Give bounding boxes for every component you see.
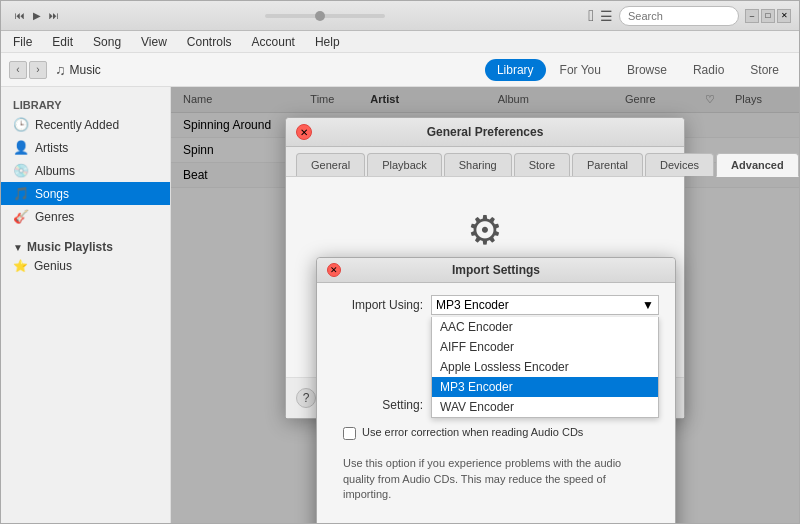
sidebar: Library 🕒 Recently Added 👤 Artists 💿 Alb… xyxy=(1,87,171,523)
general-prefs-close-button[interactable]: ✕ xyxy=(296,124,312,140)
menu-view[interactable]: View xyxy=(137,33,171,51)
artists-icon: 👤 xyxy=(13,140,29,155)
play-button[interactable]: ▶ xyxy=(31,8,43,23)
menu-help[interactable]: Help xyxy=(311,33,344,51)
tab-parental[interactable]: Parental xyxy=(572,153,643,176)
sidebar-item-songs[interactable]: 🎵 Songs xyxy=(1,182,170,205)
import-using-label: Import Using: xyxy=(333,298,423,312)
menu-controls[interactable]: Controls xyxy=(183,33,236,51)
sidebar-item-genius[interactable]: ⭐ Genius xyxy=(1,256,170,276)
import-using-row: Import Using: MP3 Encoder ▼ AAC xyxy=(333,295,659,315)
songs-icon: 🎵 xyxy=(13,186,29,201)
rewind-button[interactable]: ⏮ xyxy=(13,8,27,23)
import-title: Import Settings xyxy=(341,263,651,277)
error-correction-label: Use error correction when reading Audio … xyxy=(362,425,583,440)
fast-forward-button[interactable]: ⏭ xyxy=(47,8,61,23)
menu-account[interactable]: Account xyxy=(248,33,299,51)
dropdown-apple-lossless[interactable]: Apple Lossless Encoder xyxy=(432,357,658,377)
app-window: ⏮ ▶ ⏭  ☰ – □ ✕ File Edit Song View Cont… xyxy=(0,0,800,524)
import-settings-dialog: ✕ Import Settings Import Using: xyxy=(316,257,676,523)
playlists-section-title[interactable]: ▼ Music Playlists xyxy=(1,236,170,256)
dropdown-mp3[interactable]: MP3 Encoder xyxy=(432,377,658,397)
songs-label: Songs xyxy=(35,187,69,201)
general-prefs-title: General Preferences xyxy=(312,125,658,139)
general-preferences-dialog: ✕ General Preferences General Playback S… xyxy=(285,117,685,419)
menu-edit[interactable]: Edit xyxy=(48,33,77,51)
dropdown-wav[interactable]: WAV Encoder xyxy=(432,397,658,417)
tab-general[interactable]: General xyxy=(296,153,365,176)
error-correction-row: Use error correction when reading Audio … xyxy=(333,425,659,440)
playlist-expand-icon: ▼ xyxy=(13,242,23,253)
dropdown-aac[interactable]: AAC Encoder xyxy=(432,317,658,337)
setting-label: Setting: xyxy=(333,398,423,412)
library-section-title: Library xyxy=(1,95,170,113)
minimize-button[interactable]: – xyxy=(745,9,759,23)
transport-controls: ⏮ ▶ ⏭ xyxy=(13,8,61,23)
tab-radio[interactable]: Radio xyxy=(681,59,736,81)
music-icon: ♫ xyxy=(55,62,66,78)
breadcrumb-label: Music xyxy=(70,63,101,77)
sidebar-item-albums[interactable]: 💿 Albums xyxy=(1,159,170,182)
recently-added-icon: 🕒 xyxy=(13,117,29,132)
import-using-display[interactable]: MP3 Encoder ▼ xyxy=(431,295,659,315)
recently-added-label: Recently Added xyxy=(35,118,119,132)
general-prefs-body: ⚙ Language: English (United States) xyxy=(286,177,684,377)
import-using-value: MP3 Encoder xyxy=(436,298,509,312)
menu-file[interactable]: File xyxy=(9,33,36,51)
progress-thumb xyxy=(315,11,325,21)
albums-icon: 💿 xyxy=(13,163,29,178)
close-button[interactable]: ✕ xyxy=(777,9,791,23)
nav-bar: ‹ › ♫ Music Library For You Browse Radio… xyxy=(1,53,799,87)
back-button[interactable]: ‹ xyxy=(9,61,27,79)
import-dropdown: AAC Encoder AIFF Encoder Apple Lossless … xyxy=(431,317,659,418)
import-using-select-wrapper: MP3 Encoder ▼ AAC Encoder AIFF Encoder A… xyxy=(431,295,659,315)
window-controls: – □ ✕ xyxy=(745,9,791,23)
general-prefs-help-button[interactable]: ? xyxy=(296,388,316,408)
gear-large-icon: ⚙ xyxy=(467,207,503,253)
general-prefs-title-bar: ✕ General Preferences xyxy=(286,118,684,147)
overlay: ✕ General Preferences General Playback S… xyxy=(171,87,799,523)
albums-label: Albums xyxy=(35,164,75,178)
tab-foryou[interactable]: For You xyxy=(548,59,613,81)
menu-bar: File Edit Song View Controls Account Hel… xyxy=(1,31,799,53)
sidebar-item-genres[interactable]: 🎸 Genres xyxy=(1,205,170,228)
tab-sharing[interactable]: Sharing xyxy=(444,153,512,176)
tab-advanced[interactable]: Advanced xyxy=(716,153,799,177)
tab-devices[interactable]: Devices xyxy=(645,153,714,176)
list-icon[interactable]: ☰ xyxy=(600,8,613,24)
import-using-arrow: ▼ xyxy=(642,298,654,312)
artists-label: Artists xyxy=(35,141,68,155)
genius-icon: ⭐ xyxy=(13,259,28,273)
genres-label: Genres xyxy=(35,210,74,224)
general-prefs-tabs: General Playback Sharing Store Parental … xyxy=(286,147,684,177)
apple-logo:  xyxy=(588,7,594,25)
tab-browse[interactable]: Browse xyxy=(615,59,679,81)
genres-icon: 🎸 xyxy=(13,209,29,224)
nav-tabs: Library For You Browse Radio Store xyxy=(485,59,791,81)
forward-button[interactable]: › xyxy=(29,61,47,79)
error-correction-checkbox[interactable] xyxy=(343,427,356,440)
error-correction-description: Use this option if you experience proble… xyxy=(333,450,659,508)
import-body: Import Using: MP3 Encoder ▼ AAC xyxy=(317,283,675,523)
tab-store[interactable]: Store xyxy=(514,153,570,176)
title-bar: ⏮ ▶ ⏭  ☰ – □ ✕ xyxy=(1,1,799,31)
import-note: Note: These settings do not apply to son… xyxy=(333,515,659,523)
import-close-button[interactable]: ✕ xyxy=(327,263,341,277)
nav-arrows: ‹ › xyxy=(9,61,47,79)
menu-song[interactable]: Song xyxy=(89,33,125,51)
dropdown-aiff[interactable]: AIFF Encoder xyxy=(432,337,658,357)
title-right: ☰ – □ ✕ xyxy=(600,6,791,26)
tab-playback[interactable]: Playback xyxy=(367,153,442,176)
tab-store[interactable]: Store xyxy=(738,59,791,81)
main-area: Library 🕒 Recently Added 👤 Artists 💿 Alb… xyxy=(1,87,799,523)
search-input[interactable] xyxy=(619,6,739,26)
sidebar-item-artists[interactable]: 👤 Artists xyxy=(1,136,170,159)
tab-library[interactable]: Library xyxy=(485,59,546,81)
content-panel: Name Time Artist Album Genre ♡ Plays Spi… xyxy=(171,87,799,523)
sidebar-item-recently-added[interactable]: 🕒 Recently Added xyxy=(1,113,170,136)
maximize-button[interactable]: □ xyxy=(761,9,775,23)
breadcrumb: ♫ Music xyxy=(55,62,101,78)
import-title-bar: ✕ Import Settings xyxy=(317,258,675,283)
playlists-label: Music Playlists xyxy=(27,240,113,254)
progress-track[interactable] xyxy=(265,14,385,18)
